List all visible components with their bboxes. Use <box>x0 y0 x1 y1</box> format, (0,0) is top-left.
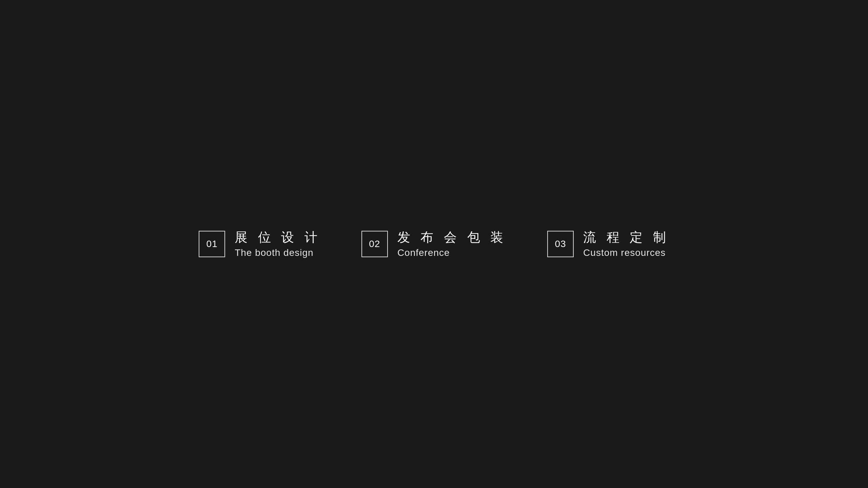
text-block-3: 流 程 定 制 Custom resources <box>583 230 669 258</box>
service-item-3: 03 流 程 定 制 Custom resources <box>547 230 669 258</box>
chinese-title-3: 流 程 定 制 <box>583 230 669 245</box>
service-item-1: 01 展 位 设 计 The booth design <box>199 230 321 258</box>
english-subtitle-3: Custom resources <box>583 247 669 258</box>
number-box-1: 01 <box>199 231 225 257</box>
english-subtitle-2: Conference <box>397 247 507 258</box>
number-box-2: 02 <box>361 231 388 257</box>
number-label-3: 03 <box>555 239 566 249</box>
english-subtitle-1: The booth design <box>235 247 321 258</box>
number-box-3: 03 <box>547 231 574 257</box>
chinese-title-1: 展 位 设 计 <box>235 230 321 245</box>
text-block-2: 发 布 会 包 装 Conference <box>397 230 507 258</box>
text-block-1: 展 位 设 计 The booth design <box>235 230 321 258</box>
service-item-2: 02 发 布 会 包 装 Conference <box>361 230 507 258</box>
chinese-title-2: 发 布 会 包 装 <box>397 230 507 245</box>
number-label-1: 01 <box>206 239 218 249</box>
services-container: 01 展 位 设 计 The booth design 02 发 布 会 包 装… <box>199 230 669 258</box>
number-label-2: 02 <box>369 239 380 249</box>
